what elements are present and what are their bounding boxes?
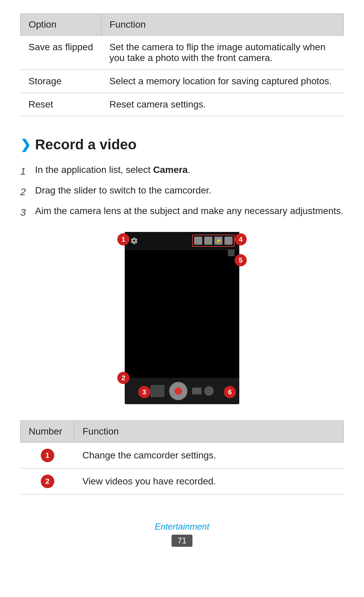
option-label: Save as flipped bbox=[21, 36, 101, 70]
list-item: 3 Aim the camera lens at the subject and… bbox=[20, 204, 344, 220]
number-function: View videos you have recorded. bbox=[74, 469, 344, 495]
number-table-header-number: Number bbox=[21, 421, 74, 443]
options-table: Option Function Save as flipped Set the … bbox=[20, 13, 344, 116]
camera-viewfinder bbox=[125, 250, 239, 378]
brightness-icon bbox=[194, 237, 202, 245]
camera-ui-container: 1 4 5 2 3 6 bbox=[125, 232, 239, 404]
step-text-2: Drag the slider to switch to the camcord… bbox=[35, 183, 344, 198]
step-text-1: In the application list, select Camera. bbox=[35, 163, 344, 177]
record-indicator bbox=[175, 387, 182, 395]
number-table: Number Function 1 Change the camcorder s… bbox=[20, 420, 344, 495]
photo-mode-icon bbox=[204, 386, 214, 396]
camera-toolbar: ⚡ bbox=[125, 232, 239, 250]
badge-5: 5 bbox=[235, 254, 247, 266]
option-function: Reset camera settings. bbox=[101, 93, 344, 116]
options-table-header-option: Option bbox=[21, 14, 101, 36]
timer-icon bbox=[224, 237, 233, 245]
chevron-icon: ❯ bbox=[20, 138, 31, 151]
footer: Entertainment 71 bbox=[20, 515, 344, 547]
step-text-3: Aim the camera lens at the subject and m… bbox=[35, 204, 344, 218]
number-badge-2: 2 bbox=[41, 475, 54, 488]
camera-diagram: 1 4 5 2 3 6 bbox=[20, 232, 344, 404]
step-number-2: 2 bbox=[20, 183, 30, 199]
steps-list: 1 In the application list, select Camera… bbox=[20, 163, 344, 220]
table-row: 1 Change the camcorder settings. bbox=[21, 443, 344, 469]
footer-page: 71 bbox=[172, 535, 193, 547]
list-item: 2 Drag the slider to switch to the camco… bbox=[20, 183, 344, 199]
badge-4: 4 bbox=[235, 233, 247, 245]
number-function: Change the camcorder settings. bbox=[74, 443, 344, 469]
video-icon bbox=[192, 388, 202, 394]
camera-ui: ⚡ bbox=[125, 232, 239, 404]
option-label: Reset bbox=[21, 93, 101, 116]
table-row: Save as flipped Set the camera to flip t… bbox=[21, 36, 344, 70]
number-badge-1: 1 bbox=[41, 449, 54, 462]
badge-6: 6 bbox=[224, 386, 236, 398]
camera-mode-icons: ⚡ bbox=[192, 235, 235, 247]
number-cell: 2 bbox=[21, 469, 74, 495]
video-mode-icon bbox=[204, 237, 212, 245]
record-button[interactable] bbox=[169, 382, 187, 400]
section-heading: ❯ Record a video bbox=[20, 137, 344, 153]
option-function: Select a memory location for saving capt… bbox=[101, 70, 344, 93]
options-table-header-function: Function bbox=[101, 14, 344, 36]
list-item: 1 In the application list, select Camera… bbox=[20, 163, 344, 179]
table-row: Reset Reset camera settings. bbox=[21, 93, 344, 116]
video-thumbnail bbox=[150, 385, 164, 397]
settings-icon bbox=[129, 236, 139, 245]
screen-indicator bbox=[228, 249, 235, 256]
option-function: Set the camera to flip the image automat… bbox=[101, 36, 344, 70]
number-cell: 1 bbox=[21, 443, 74, 469]
table-row: Storage Select a memory location for sav… bbox=[21, 70, 344, 93]
step-number-1: 1 bbox=[20, 163, 30, 179]
step-number-3: 3 bbox=[20, 204, 30, 220]
number-table-header-function: Function bbox=[74, 421, 344, 443]
footer-category: Entertainment bbox=[20, 521, 344, 532]
badge-3: 3 bbox=[138, 386, 150, 398]
badge-2: 2 bbox=[117, 372, 129, 384]
section-title: Record a video bbox=[35, 137, 136, 153]
table-row: 2 View videos you have recorded. bbox=[21, 469, 344, 495]
option-label: Storage bbox=[21, 70, 101, 93]
badge-1: 1 bbox=[117, 233, 129, 245]
mode-icons bbox=[192, 386, 214, 396]
flash-icon: ⚡ bbox=[214, 237, 222, 245]
